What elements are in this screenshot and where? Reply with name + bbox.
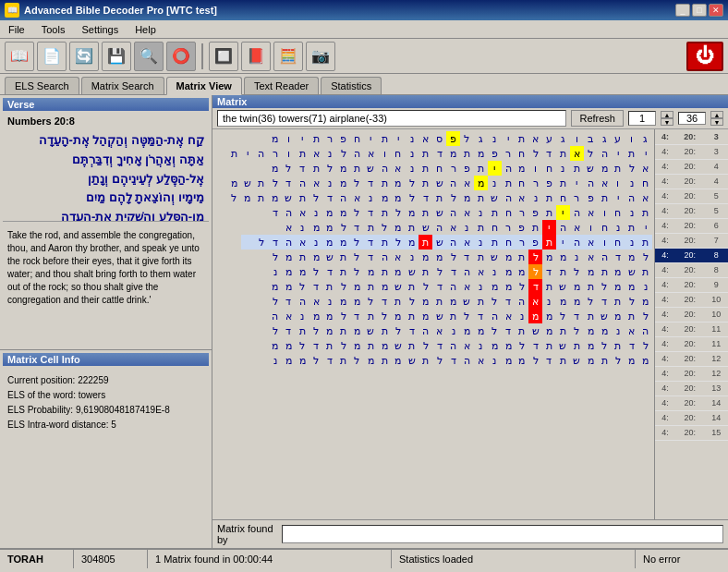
matrix-cell[interactable]: ו <box>282 146 296 161</box>
tab-matrix-search[interactable]: Matrix Search <box>81 77 164 94</box>
matrix-cell[interactable]: ח <box>392 146 406 161</box>
matrix-cell[interactable]: ד <box>364 205 378 220</box>
matrix-cell[interactable]: ש <box>432 176 446 190</box>
matrix-cell[interactable]: ל <box>528 249 542 264</box>
matrix-cell[interactable]: מ <box>392 353 406 368</box>
matrix-cell[interactable]: מ <box>502 279 516 294</box>
tab-matrix-view[interactable]: Matrix View <box>166 77 242 95</box>
matrix-cell[interactable]: מ <box>474 323 488 338</box>
matrix-cell[interactable]: ל <box>364 294 378 309</box>
matrix-cell[interactable]: ת <box>364 279 378 294</box>
matrix-cell[interactable]: נ <box>405 131 419 146</box>
matrix-cell[interactable]: מ <box>350 294 364 309</box>
matrix-number-input[interactable] <box>628 111 656 126</box>
matrix-cell[interactable]: מ <box>241 190 255 205</box>
toolbar-calc[interactable]: 🧮 <box>273 42 303 71</box>
matrix-cell[interactable]: מ <box>625 249 638 264</box>
matrix-cell[interactable]: א <box>625 323 638 338</box>
matrix-cell[interactable]: נ <box>322 294 336 309</box>
matrix-cell[interactable]: ת <box>515 249 528 264</box>
matrix-cell[interactable]: נ <box>542 294 556 309</box>
matrix-cell[interactable]: א <box>296 235 309 249</box>
matrix-cell[interactable]: מ <box>322 309 336 323</box>
matrix-cell[interactable]: נ <box>625 176 638 190</box>
matrix-cell[interactable]: ש <box>392 279 406 294</box>
matrix-cell[interactable]: מ <box>392 176 406 190</box>
matrix-cell[interactable]: מ <box>336 235 350 249</box>
matrix-cell[interactable]: א <box>474 353 488 368</box>
matrix-cell[interactable]: א <box>460 338 474 353</box>
matrix-cell[interactable]: ת <box>612 338 625 353</box>
matrix-cell[interactable]: ל <box>584 146 598 161</box>
matrix-cell[interactable]: ת <box>488 205 502 220</box>
matrix-cell[interactable]: ד <box>612 249 625 264</box>
matrix-cell[interactable]: ד <box>432 338 446 353</box>
matrix-cell[interactable]: ל <box>309 190 323 205</box>
toolbar-bible[interactable]: 📕 <box>241 42 271 71</box>
toolbar-refresh[interactable]: 🔄 <box>69 42 99 71</box>
matrix-cell[interactable]: נ <box>488 131 502 146</box>
matrix-cell[interactable]: ת <box>322 279 336 294</box>
matrix-cell[interactable]: ל <box>268 176 282 190</box>
matrix-cell[interactable]: ל <box>556 309 570 323</box>
list-item[interactable]: 4:20:7 <box>655 233 728 248</box>
matrix-cell[interactable]: מ <box>322 235 336 249</box>
matrix-cell[interactable]: ש <box>488 249 502 264</box>
matrix-cell[interactable]: ת <box>638 205 652 220</box>
matrix-spin-down[interactable]: ▼ <box>661 118 673 126</box>
matrix-cell[interactable]: ו <box>598 235 612 249</box>
matrix-cell[interactable]: א <box>282 309 296 323</box>
toolbar-save[interactable]: 💾 <box>102 42 131 71</box>
matrix-cell[interactable]: ו <box>598 205 612 220</box>
matrix-cell[interactable]: ל <box>322 161 336 176</box>
matrix-cell[interactable]: ה <box>296 176 309 190</box>
matrix-cell[interactable]: ל <box>392 205 406 220</box>
matrix-cell[interactable]: נ <box>612 220 625 235</box>
matrix-cell[interactable]: א <box>460 235 474 249</box>
matrix-cell[interactable]: ה <box>446 176 460 190</box>
matrix-cell[interactable]: ת <box>419 205 432 220</box>
matrix-cell[interactable]: מ <box>322 220 336 235</box>
matrix-cell[interactable]: מ <box>322 323 336 338</box>
matrix-cell[interactable]: ש <box>625 264 638 279</box>
matrix-cell[interactable]: מ <box>350 279 364 294</box>
matrix-cell[interactable]: א <box>460 176 474 190</box>
matrix-cell[interactable]: ר <box>502 146 516 161</box>
matrix-cell[interactable]: ה <box>625 190 638 205</box>
matrix-cell[interactable]: ר <box>268 146 282 161</box>
matrix-cell[interactable]: מ <box>502 249 516 264</box>
matrix-cell[interactable]: א <box>528 294 542 309</box>
list-item[interactable]: 4:20:10 <box>655 292 728 307</box>
matrix-cell[interactable]: מ <box>405 205 419 220</box>
matrix-cell[interactable]: ת <box>474 190 488 205</box>
matrix-cell[interactable]: מ <box>309 220 323 235</box>
matrix-cell[interactable]: ת <box>598 264 612 279</box>
matrix-cell[interactable]: מ <box>502 353 516 368</box>
matrix-cell[interactable]: י <box>570 176 584 190</box>
matrix-cell[interactable]: מ <box>336 294 350 309</box>
matrix-cell[interactable]: מ <box>638 294 652 309</box>
matrix-cell[interactable]: ד <box>364 235 378 249</box>
matrix-cell[interactable]: י <box>612 146 625 161</box>
matrix-cell[interactable]: י <box>542 220 556 235</box>
matrix-cell[interactable]: ל <box>296 338 309 353</box>
matrix-cell[interactable]: ל <box>336 309 350 323</box>
list-item[interactable]: 4:20:5 <box>655 189 728 203</box>
matrix-cell[interactable]: ת <box>556 264 570 279</box>
matrix-cell[interactable]: ת <box>419 161 432 176</box>
matrix-cell[interactable]: נ <box>556 161 570 176</box>
matrix-cell[interactable]: ל <box>350 353 364 368</box>
matrix-cell[interactable]: ב <box>584 131 598 146</box>
matrix-cell[interactable]: א <box>584 249 598 264</box>
matrix-cell[interactable]: ש <box>405 264 419 279</box>
matrix-cell[interactable]: ד <box>322 353 336 368</box>
matrix-cell[interactable]: ל <box>488 294 502 309</box>
matrix-cell[interactable]: ח <box>488 220 502 235</box>
matrix-cell[interactable]: י <box>556 235 570 249</box>
matrix-cell[interactable]: נ <box>268 264 282 279</box>
matrix-cell[interactable]: ד <box>322 264 336 279</box>
matrix-cell[interactable]: ה <box>570 235 584 249</box>
matrix-cell[interactable]: ד <box>446 264 460 279</box>
matrix-cell[interactable]: ת <box>528 220 542 235</box>
matrix-cell[interactable]: ת <box>474 161 488 176</box>
